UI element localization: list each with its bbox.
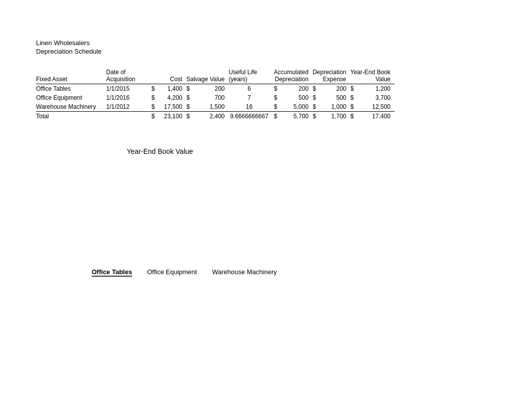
col-header-accum: AccumulatedDepreciation [274,68,313,84]
table-row: Warehouse Machinery 1/1/2012 $ 17,500 $ … [36,102,395,112]
cell-date: 1/1/2015 [106,84,151,94]
cell-total-salvage-sign: $ [186,112,194,121]
company-header: Linen Wholesalers Depreciation Schedule [36,39,102,55]
cell-salvage-sign: $ [186,102,194,112]
col-header-asset: Fixed Asset [36,68,106,84]
cell-cost: 17,500 [159,102,186,112]
tab-office-equipment[interactable]: Office Equipment [147,268,197,277]
cell-date: 1/1/2016 [106,93,151,102]
cell-depr-sign: $ [313,102,320,112]
col-header-depr: DepreciationExpense [313,68,350,84]
cell-book: 1,200 [358,84,394,94]
cell-cost-sign: $ [151,93,159,102]
cell-total-label: Total [36,112,106,121]
cell-accum: 500 [282,93,313,102]
cell-total-cost: 23,100 [159,112,186,121]
cell-depr-sign: $ [313,93,320,102]
cell-salvage: 700 [194,93,229,102]
cell-depr: 200 [320,84,350,94]
tabs-bar: Office Tables Office Equipment Warehouse… [92,268,277,277]
cell-total-book: 17,400 [358,112,394,121]
chart-label: Year-End Book Value [127,147,193,155]
cell-cost-sign: $ [151,102,159,112]
cell-useful: 7 [229,93,274,102]
cell-total-depr: 1,700 [320,112,350,121]
table-row: Office Equipment 1/1/2016 $ 4,200 $ 700 … [36,93,395,102]
cell-accum: 5,000 [282,102,313,112]
cell-total-salvage: 2,400 [194,112,229,121]
cell-total-accum-sign: $ [274,112,282,121]
cell-total-depr-sign: $ [313,112,320,121]
cell-total-date [106,112,151,121]
col-header-date: Date ofAcquisition [106,68,151,84]
cell-book-sign: $ [350,84,358,94]
cell-accum-sign: $ [274,93,282,102]
cell-total-book-sign: $ [350,112,358,121]
schedule-title: Depreciation Schedule [36,48,102,55]
cell-date: 1/1/2012 [106,102,151,112]
col-header-cost: Cost [151,68,186,84]
depreciation-table: Fixed Asset Date ofAcquisition Cost Salv… [36,68,395,121]
cell-book-sign: $ [350,102,358,112]
cell-total-useful: 9.6666666667 [229,112,274,121]
cell-useful: 6 [229,84,274,94]
cell-book: 3,700 [358,93,394,102]
cell-asset: Warehouse Machinery [36,102,106,112]
cell-accum-sign: $ [274,102,282,112]
cell-salvage: 200 [194,84,229,94]
cell-book-sign: $ [350,93,358,102]
cell-cost-sign: $ [151,84,159,94]
col-header-salvage: Salvage Value [186,68,229,84]
tab-office-tables[interactable]: Office Tables [92,268,132,277]
cell-depr: 1,000 [320,102,350,112]
cell-accum: 200 [282,84,313,94]
total-row: Total $ 23,100 $ 2,400 9.6666666667 $ 5,… [36,112,395,121]
cell-salvage-sign: $ [186,93,194,102]
cell-useful: 16 [229,102,274,112]
company-name: Linen Wholesalers [36,39,102,47]
cell-salvage-sign: $ [186,84,194,94]
tab-warehouse-machinery[interactable]: Warehouse Machinery [212,268,277,277]
cell-asset: Office Tables [36,84,106,94]
cell-asset: Office Equipment [36,93,106,102]
cell-cost: 4,200 [159,93,186,102]
cell-total-cost-sign: $ [151,112,159,121]
cell-book: 12,500 [358,102,394,112]
cell-total-accum: 5,700 [282,112,313,121]
cell-cost: 1,400 [159,84,186,94]
table-row: Office Tables 1/1/2015 $ 1,400 $ 200 6 $… [36,84,395,94]
col-header-useful: Useful Life(years) [229,68,274,84]
cell-depr-sign: $ [313,84,320,94]
cell-depr: 500 [320,93,350,102]
cell-salvage: 1,500 [194,102,229,112]
col-header-book: Year-End BookValue [350,68,394,84]
cell-accum-sign: $ [274,84,282,94]
